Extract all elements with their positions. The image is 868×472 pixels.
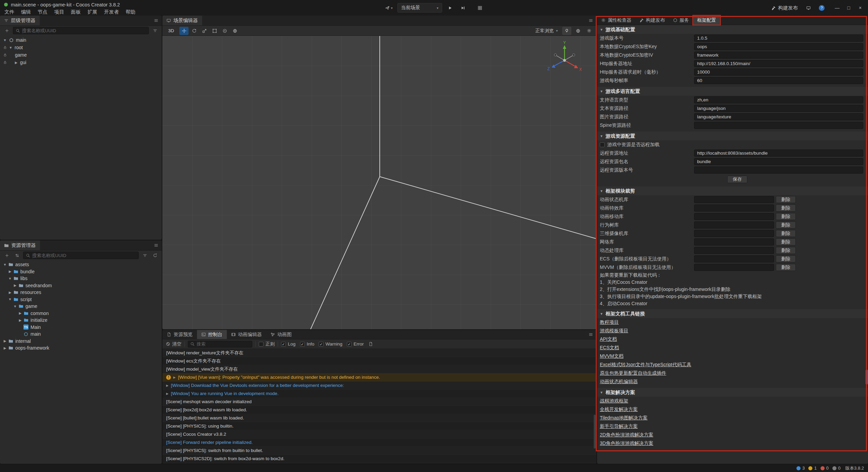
link-ECS文档[interactable]: ECS文档: [600, 345, 619, 351]
pivot-tool-button[interactable]: [220, 27, 229, 35]
chevron-right-icon[interactable]: ▶: [7, 270, 13, 273]
console-log-row[interactable]: [Scene] [PHYSICS]: using builtin.: [162, 422, 596, 430]
section-header[interactable]: ▼框架文档工具链接: [597, 309, 868, 318]
sort-assets-button[interactable]: [13, 252, 21, 259]
layout-button[interactable]: [803, 3, 813, 13]
delete-button[interactable]: 删除: [776, 213, 796, 220]
link-战棋游戏框架[interactable]: 战棋游戏框架: [600, 398, 628, 404]
minimize-button[interactable]: —: [832, 3, 842, 13]
link-Excel格式转Json文件与TypeScript代码工具[interactable]: Excel格式转Json文件与TypeScript代码工具: [600, 362, 691, 368]
console-log-row[interactable]: [Scene] [PHYSICS2D]: switch from box2d-w…: [162, 455, 596, 463]
menu-扩展[interactable]: 扩展: [84, 8, 101, 16]
preview-layout-button[interactable]: [475, 3, 485, 13]
remote-load-checkbox[interactable]: [600, 142, 605, 147]
chevron-down-icon[interactable]: ▼: [2, 263, 7, 267]
link-2D角色扮演游戏解决方案[interactable]: 2D角色扮演游戏解决方案: [600, 432, 653, 438]
assets-tab[interactable]: 资源管理器: [0, 240, 40, 250]
scale-tool-button[interactable]: [200, 27, 209, 35]
section-header[interactable]: ▼框架解决方案: [597, 388, 868, 397]
hierarchy-search[interactable]: [13, 27, 149, 34]
export-log-button[interactable]: [367, 340, 375, 348]
chevron-right-icon[interactable]: ▶: [18, 311, 23, 315]
lock-icon[interactable]: [2, 45, 8, 50]
console-log-row[interactable]: [Scene] [box2d]:box2d wasm lib loaded.: [162, 406, 596, 414]
delete-button[interactable]: 删除: [776, 247, 796, 254]
property-input-图片资源路径[interactable]: [694, 113, 863, 120]
assets-filter-button[interactable]: [141, 252, 149, 259]
inspector-scrollbar[interactable]: [866, 370, 868, 385]
asset-node-common[interactable]: ▶common: [0, 310, 162, 317]
help-button[interactable]: ?: [819, 5, 825, 11]
checkbox[interactable]: ✓: [347, 342, 352, 347]
menu-编辑[interactable]: 编辑: [18, 8, 34, 16]
filter-Warning[interactable]: ✓Warning: [319, 341, 342, 347]
link-3D角色扮演游戏解决方案[interactable]: 3D角色扮演游戏解决方案: [600, 440, 653, 447]
console-tab-动画编辑器[interactable]: 动画编辑器: [227, 330, 266, 339]
save-button[interactable]: 保存: [727, 176, 747, 183]
section-header[interactable]: ▼游戏基础配置: [597, 25, 868, 34]
property-input-本地数据CryptoES加密Key[interactable]: [694, 43, 863, 50]
asset-node-assets[interactable]: ▼assets: [0, 261, 162, 268]
delete-button[interactable]: 删除: [776, 264, 796, 271]
hierarchy-node-gui[interactable]: ▶gui: [0, 59, 162, 66]
expand-chevron-icon[interactable]: ▶: [166, 384, 169, 387]
module-path-input[interactable]: [694, 238, 774, 245]
hierarchy-search-input[interactable]: [22, 28, 146, 33]
chevron-right-icon[interactable]: ▶: [14, 61, 19, 64]
property-input-支持语言类型[interactable]: [694, 96, 863, 103]
module-path-input[interactable]: [694, 247, 774, 254]
filter-Log[interactable]: ✓Log: [281, 341, 296, 347]
menu-帮助[interactable]: 帮助: [122, 8, 139, 16]
module-path-input[interactable]: [694, 221, 774, 229]
hierarchy-node-game[interactable]: game: [0, 51, 162, 59]
assets-search-input[interactable]: [32, 253, 136, 258]
world-button[interactable]: [573, 27, 583, 35]
console-log-row[interactable]: [Window] render_texture文件夹不存在: [162, 349, 596, 357]
inspector-tab-服务[interactable]: 服务: [669, 16, 693, 25]
console-log-row[interactable]: [Scene] [bullet]:bullet wasm lib loaded.: [162, 414, 596, 422]
asset-node-oops-framework[interactable]: ▶oops-framework: [0, 345, 162, 352]
clear-console-button[interactable]: 清空: [166, 341, 181, 347]
gear-button[interactable]: [585, 27, 594, 35]
filter-Info[interactable]: ✓Info: [300, 341, 315, 347]
view-mode-dropdown[interactable]: 正常浏览 ▾: [534, 28, 559, 34]
inspector-tab-框架配置[interactable]: 框架配置: [693, 16, 720, 25]
panel-menu-button[interactable]: [585, 330, 596, 339]
property-input-Http服务器请求超时（毫秒）[interactable]: [694, 68, 863, 76]
module-path-input[interactable]: [694, 255, 774, 262]
console-log-row[interactable]: !▶[Window] [Vue warn]: Property "onInput…: [162, 373, 596, 381]
property-input-远程资源版本号[interactable]: [694, 166, 863, 174]
property-input-文本资源路径[interactable]: [694, 105, 863, 112]
chevron-right-icon[interactable]: ▶: [7, 291, 13, 294]
lock-icon[interactable]: [2, 60, 8, 64]
status-count-warning[interactable]: 1: [808, 466, 816, 471]
menu-开发者[interactable]: 开发者: [101, 8, 122, 16]
console-log-row[interactable]: [Scene] Cocos Creator v3.8.2: [162, 430, 596, 438]
delete-button[interactable]: 删除: [776, 255, 796, 262]
hierarchy-node-main[interactable]: ▼main: [0, 36, 162, 44]
chevron-right-icon[interactable]: ▶: [13, 283, 18, 287]
scene-tab[interactable]: 场景编辑器: [162, 16, 202, 25]
property-input-本地数据CryptoES加密IV[interactable]: [694, 52, 863, 59]
assets-search[interactable]: [23, 252, 139, 259]
chevron-down-icon[interactable]: ▼: [7, 297, 13, 301]
module-path-input[interactable]: [694, 264, 774, 271]
expand-chevron-icon[interactable]: ▶: [173, 376, 176, 379]
menu-节点[interactable]: 节点: [34, 8, 51, 16]
maximize-button[interactable]: □: [844, 3, 854, 13]
orientation-gizmo[interactable]: Y X Z: [544, 41, 585, 78]
chevron-right-icon[interactable]: ▶: [2, 346, 7, 350]
inspector-tab-属性检查器[interactable]: 属性检查器: [597, 16, 635, 25]
hierarchy-filter-button[interactable]: [151, 27, 159, 34]
asset-node-libs[interactable]: ▼libs: [0, 275, 162, 282]
asset-node-initialize[interactable]: ▶initialize: [0, 317, 162, 324]
chevron-right-icon[interactable]: ▶: [2, 339, 7, 343]
step-button[interactable]: [458, 3, 468, 13]
section-header[interactable]: ▼框架模块裁剪: [597, 186, 868, 195]
link-动画状态机编辑器[interactable]: 动画状态机编辑器: [600, 379, 638, 385]
checkbox[interactable]: ✓: [319, 342, 323, 347]
rotate-tool-button[interactable]: [190, 27, 199, 35]
delete-button[interactable]: 删除: [776, 238, 796, 245]
asset-node-seedrandom[interactable]: ▶seedrandom: [0, 282, 162, 289]
chevron-down-icon[interactable]: ▼: [8, 46, 13, 50]
